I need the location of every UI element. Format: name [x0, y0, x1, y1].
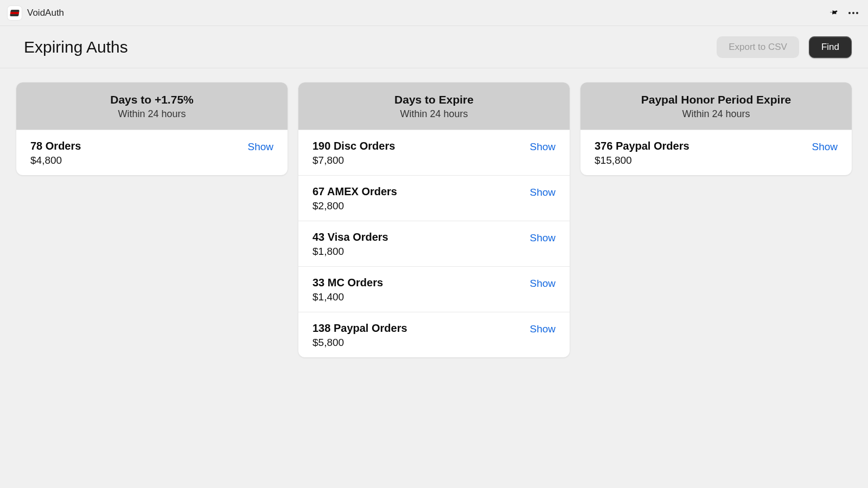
row-amount: $1,400 — [312, 291, 383, 303]
list-item: 78 Orders $4,800 Show — [16, 130, 288, 175]
list-item: 33 MC Orders $1,400 Show — [298, 266, 570, 312]
list-item: 138 Paypal Orders $5,800 Show — [298, 312, 570, 357]
more-icon[interactable] — [848, 12, 858, 14]
row-amount: $5,800 — [312, 337, 407, 349]
card-subtitle: Within 24 hours — [22, 108, 282, 120]
row-amount: $2,800 — [312, 200, 397, 212]
row-amount: $15,800 — [595, 155, 690, 166]
row-amount: $4,800 — [30, 155, 81, 166]
card-subtitle: Within 24 hours — [304, 108, 564, 120]
show-link[interactable]: Show — [529, 232, 556, 244]
show-link[interactable]: Show — [529, 141, 556, 153]
topbar-right — [830, 9, 858, 17]
column-days-to-rate: Days to +1.75% Within 24 hours 78 Orders… — [16, 82, 288, 175]
card-header: Days to +1.75% Within 24 hours — [16, 82, 288, 130]
card-paypal-honor: Paypal Honor Period Expire Within 24 hou… — [580, 82, 852, 175]
row-title: 33 MC Orders — [312, 277, 383, 289]
card-title: Paypal Honor Period Expire — [586, 93, 846, 106]
show-link[interactable]: Show — [529, 323, 556, 335]
app-icon — [8, 6, 22, 20]
card-subtitle: Within 24 hours — [586, 108, 846, 120]
show-link[interactable]: Show — [529, 278, 556, 290]
row-amount: $1,800 — [312, 246, 388, 258]
export-csv-button[interactable]: Export to CSV — [717, 36, 799, 58]
row-title: 138 Paypal Orders — [312, 322, 407, 335]
list-item: 67 AMEX Orders $2,800 Show — [298, 175, 570, 221]
card-days-to-expire: Days to Expire Within 24 hours 190 Disc … — [298, 82, 570, 357]
card-title: Days to Expire — [304, 93, 564, 106]
list-item: 376 Paypal Orders $15,800 Show — [580, 130, 852, 175]
column-days-to-expire: Days to Expire Within 24 hours 190 Disc … — [298, 82, 570, 357]
app-name: VoidAuth — [27, 8, 64, 18]
column-paypal-honor: Paypal Honor Period Expire Within 24 hou… — [580, 82, 852, 175]
card-title: Days to +1.75% — [22, 93, 282, 106]
row-title: 78 Orders — [30, 140, 81, 152]
content: Days to +1.75% Within 24 hours 78 Orders… — [0, 68, 868, 371]
row-amount: $7,800 — [312, 155, 395, 166]
page-title: Expiring Auths — [24, 38, 128, 56]
find-button[interactable]: Find — [809, 36, 852, 58]
header-actions: Export to CSV Find — [717, 36, 852, 58]
card-header: Days to Expire Within 24 hours — [298, 82, 570, 130]
topbar: VoidAuth — [0, 0, 868, 26]
show-link[interactable]: Show — [529, 187, 556, 198]
card-header: Paypal Honor Period Expire Within 24 hou… — [580, 82, 852, 130]
show-link[interactable]: Show — [247, 141, 273, 153]
show-link[interactable]: Show — [812, 141, 838, 153]
list-item: 43 Visa Orders $1,800 Show — [298, 221, 570, 266]
app-icon-glyph — [10, 10, 20, 16]
page-header: Expiring Auths Export to CSV Find — [0, 26, 868, 68]
row-title: 67 AMEX Orders — [312, 185, 397, 198]
topbar-left: VoidAuth — [8, 6, 64, 20]
list-item: 190 Disc Orders $7,800 Show — [298, 130, 570, 175]
card-days-to-rate: Days to +1.75% Within 24 hours 78 Orders… — [16, 82, 288, 175]
row-title: 190 Disc Orders — [312, 140, 395, 152]
row-title: 376 Paypal Orders — [595, 140, 690, 152]
pin-icon[interactable] — [830, 9, 839, 17]
row-title: 43 Visa Orders — [312, 231, 388, 243]
